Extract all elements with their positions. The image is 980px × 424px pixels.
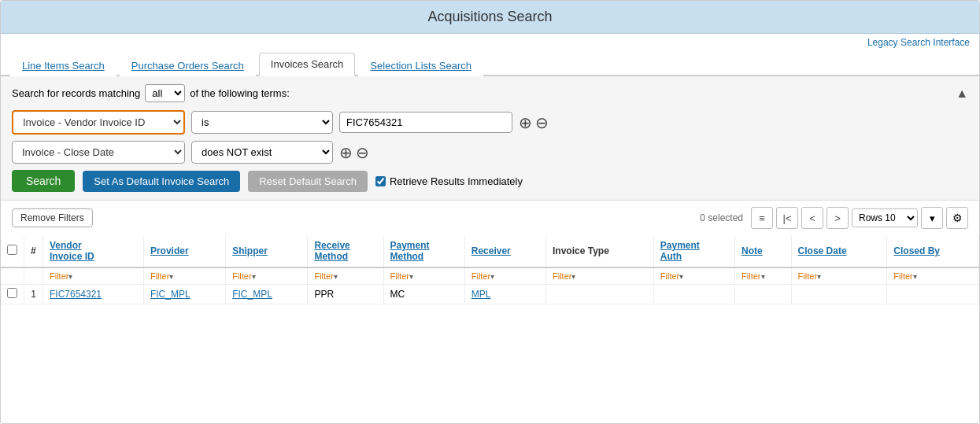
th-checkbox [1,235,24,267]
match-select[interactable]: all any [145,84,185,102]
tab-line-items[interactable]: Line Items Search [10,54,116,76]
table-row: 1 FIC7654321 FIC_MPL FIC_MPL PPR MC MPL [1,285,979,304]
th-provider[interactable]: Provider [143,235,225,267]
retrieve-checkbox[interactable] [375,176,386,186]
top-bar: Legacy Search Interface [1,34,979,51]
row-1-vendor-invoice-id[interactable]: FIC7654321 [43,285,144,304]
match-prefix: Search for records matching [12,87,140,99]
first-page-btn[interactable]: |< [776,207,798,229]
th-note[interactable]: Note [735,235,792,267]
filter-vendor-invoice-id[interactable]: Filter▾ [43,267,144,285]
filter-close-date[interactable]: Filter▾ [791,267,887,285]
th-invoice-type: Invoice Type [546,235,654,267]
selected-count: 0 selected [700,212,743,223]
select-all-checkbox[interactable] [7,245,17,255]
retrieve-check: Retrieve Results Immediately [375,175,523,187]
match-suffix: of the following terms: [190,87,289,99]
filter-provider[interactable]: Filter▾ [143,267,225,285]
op-select-2[interactable]: does NOT exist is is not exists [191,141,333,164]
th-closed-by[interactable]: Closed By [887,235,979,267]
th-payment-auth[interactable]: PaymentAuth [653,235,734,267]
th-payment-method[interactable]: PaymentMethod [383,235,464,267]
row-1-note [735,285,792,304]
row-1-receive-method: PPR [308,285,383,304]
add-remove-2: ⊕ ⊖ [339,145,369,160]
th-receiver[interactable]: Receiver [464,235,545,267]
next-page-btn[interactable]: > [827,207,849,229]
row-1-receiver[interactable]: MPL [464,285,545,304]
filter-note[interactable]: Filter▾ [735,267,792,285]
row-1-checkbox[interactable] [7,288,17,298]
collapse-icon[interactable]: ▲ [956,87,968,101]
filter-num-col [24,267,43,285]
row-1-closed-by [887,285,979,304]
th-close-date[interactable]: Close Date [791,235,887,267]
row-1-provider[interactable]: FIC_MPL [143,285,225,304]
legacy-search-link[interactable]: Legacy Search Interface [867,37,970,48]
row-1-shipper[interactable]: FIC_MPL [226,285,308,304]
row-1-close-date [791,285,887,304]
actions-row: Search Set As Default Invoice Search Res… [12,170,968,192]
row-1-payment-method: MC [383,285,464,304]
filter-payment-auth[interactable]: Filter▾ [653,267,734,285]
row-1-payment-auth [653,285,734,304]
tab-purchase-orders[interactable]: Purchase Orders Search [120,54,256,76]
field-select-1[interactable]: Invoice - Vendor Invoice ID Invoice - Cl… [12,110,185,135]
search-button[interactable]: Search [12,170,75,192]
row-1-num: 1 [24,285,43,304]
reset-button[interactable]: Reset Default Search [248,171,368,192]
row-1-invoice-type [546,285,654,304]
value-input-1[interactable] [339,112,512,133]
th-num: # [24,235,43,267]
th-vendor-invoice-id[interactable]: VendorInvoice ID [43,235,144,267]
page-title: Acquisitions Search [427,9,552,24]
table-filter-row: Filter▾ Filter▾ Filter▾ Filter▾ Filter▾ … [1,267,979,285]
th-shipper[interactable]: Shipper [226,235,308,267]
filter-check-col [1,267,24,285]
tabs-row: Line Items Search Purchase Orders Search… [1,51,979,76]
results-table: # VendorInvoice ID Provider Shipper Rece… [1,235,979,304]
criteria-row-2: Invoice - Close Date Invoice - Vendor In… [12,141,968,164]
add-row-1-btn[interactable]: ⊕ [519,115,532,131]
filter-receiver[interactable]: Filter▾ [464,267,545,285]
prev-page-btn[interactable]: < [801,207,823,229]
set-default-button[interactable]: Set As Default Invoice Search [83,171,240,192]
filter-receive-method[interactable]: Filter▾ [308,267,383,285]
filter-closed-by[interactable]: Filter▾ [887,267,979,285]
criteria-row-1: Invoice - Vendor Invoice ID Invoice - Cl… [12,110,968,135]
results-table-container: # VendorInvoice ID Provider Shipper Rece… [1,235,979,304]
op-select-1[interactable]: is is not contains does NOT exist [191,111,333,134]
add-row-2-btn[interactable]: ⊕ [339,145,353,160]
tab-selection-lists[interactable]: Selection Lists Search [358,54,483,76]
th-receive-method[interactable]: ReceiveMethod [308,235,383,267]
settings-gear-btn[interactable]: ⚙ [946,207,968,229]
row-1-check[interactable] [1,285,24,304]
field-select-2[interactable]: Invoice - Close Date Invoice - Vendor In… [12,141,185,164]
remove-filters-button[interactable]: Remove Filters [12,208,93,227]
filter-payment-method[interactable]: Filter▾ [383,267,464,285]
pagination-area: 0 selected ≡ |< < > Rows 10 Rows 25 Rows… [700,207,968,229]
remove-row-2-btn[interactable]: ⊖ [356,145,369,160]
retrieve-label: Retrieve Results Immediately [390,175,523,187]
page-header: Acquisitions Search [1,1,979,34]
sort-icon-btn[interactable]: ≡ [751,207,773,229]
tab-invoices[interactable]: Invoices Search [259,53,356,76]
match-row-left: Search for records matching all any of t… [12,84,290,102]
app-container: Acquisitions Search Legacy Search Interf… [0,0,980,424]
match-row: Search for records matching all any of t… [12,84,968,102]
add-remove-1: ⊕ ⊖ [519,115,549,131]
results-toolbar: Remove Filters 0 selected ≡ |< < > Rows … [1,201,979,235]
table-header-row: # VendorInvoice ID Provider Shipper Rece… [1,235,979,267]
rows-down-btn[interactable]: ▾ [921,207,943,229]
search-panel: Search for records matching all any of t… [1,76,979,201]
filter-invoice-type[interactable]: Filter▾ [546,267,654,285]
filter-shipper[interactable]: Filter▾ [226,267,308,285]
remove-row-1-btn[interactable]: ⊖ [535,115,549,131]
rows-per-page-select[interactable]: Rows 10 Rows 25 Rows 50 Rows 100 [852,208,918,227]
